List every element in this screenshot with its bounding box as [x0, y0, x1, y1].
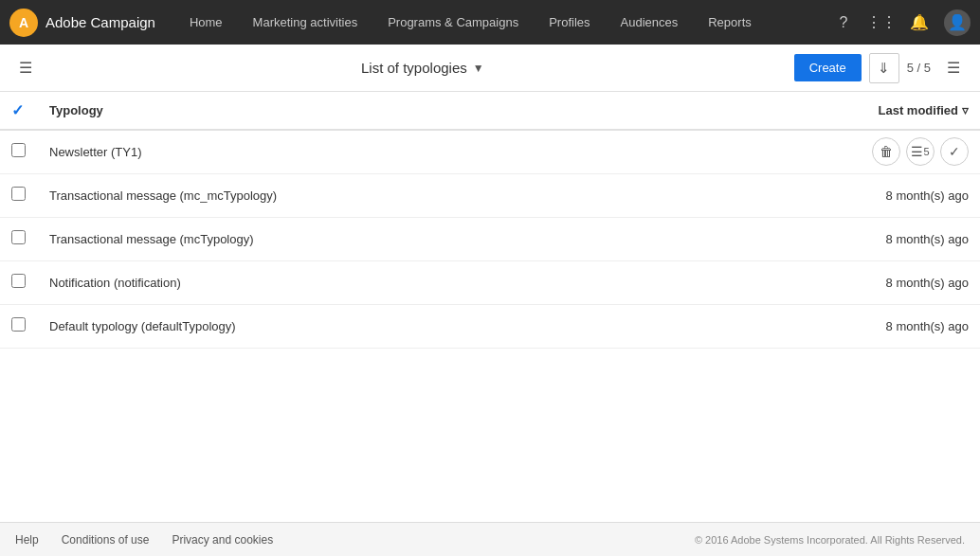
row-checkbox[interactable]: [11, 274, 26, 288]
row-checkbox[interactable]: [11, 317, 26, 332]
header-select-all: ✓: [0, 92, 38, 130]
list-title-text: List of typologies: [361, 60, 467, 76]
toolbar: ☰ List of typologies ▼ Create ⇓ 5 / 5 ☰: [0, 45, 980, 92]
app-logo[interactable]: A Adobe Campaign: [9, 9, 155, 37]
conditions-link[interactable]: Conditions of use: [62, 533, 150, 547]
nav-reports[interactable]: Reports: [693, 0, 767, 45]
apps-icon[interactable]: ⋮⋮: [868, 9, 895, 36]
row-checkbox[interactable]: [11, 187, 26, 201]
top-navigation: A Adobe Campaign Home Marketing activiti…: [0, 0, 980, 45]
row-checkbox[interactable]: [11, 230, 26, 244]
nav-icons: ? ⋮⋮ 🔔 👤: [830, 9, 971, 36]
nav-audiences[interactable]: Audiences: [606, 0, 694, 45]
table-row: Newsletter (TY1) 🗑 ☰ 5 ✓: [0, 130, 980, 173]
row-checkbox-cell: [0, 260, 38, 304]
header-typology: Typology: [38, 92, 790, 130]
nav-marketing[interactable]: Marketing activities: [238, 0, 373, 45]
row-name-cell: Transactional message (mc_mcTypology): [38, 173, 790, 217]
row-actions-cell: 🗑 ☰ 5 ✓: [790, 130, 980, 173]
nav-programs[interactable]: Programs & Campaigns: [372, 0, 534, 45]
row-checkbox-cell: [0, 173, 38, 217]
row-modified-cell: 8 month(s) ago: [790, 260, 980, 304]
copyright-text: © 2016 Adobe Systems Incorporated. All R…: [695, 534, 965, 546]
logo-icon: A: [9, 9, 38, 37]
sort-icon[interactable]: ▿: [962, 103, 969, 117]
row-checkbox[interactable]: [11, 143, 26, 157]
row-checkbox-cell: [0, 304, 38, 348]
list-title-container: List of typologies ▼: [51, 60, 794, 76]
copy-button[interactable]: ☰ 5: [906, 137, 935, 166]
list-title-chevron-icon[interactable]: ▼: [473, 62, 484, 75]
toolbar-right: Create ⇓ 5 / 5 ☰: [794, 53, 969, 83]
row-checkbox-cell: [0, 130, 38, 173]
help-icon[interactable]: ?: [830, 9, 857, 36]
table-row: Default typology (defaultTypology) 8 mon…: [0, 304, 980, 348]
row-modified-cell: 8 month(s) ago: [790, 173, 980, 217]
download-button[interactable]: ⇓: [869, 53, 899, 83]
edit-button[interactable]: ✓: [940, 137, 969, 166]
row-checkbox-cell: [0, 217, 38, 260]
typologies-table: ✓ Typology Last modified ▿: [0, 92, 980, 349]
row-actions-container: 🗑 ☰ 5 ✓: [802, 137, 969, 166]
nav-profiles[interactable]: Profiles: [534, 0, 605, 45]
table-header-row: ✓ Typology Last modified ▿: [0, 92, 980, 130]
row-name-cell: Newsletter (TY1): [38, 130, 790, 173]
table-row: Transactional message (mcTypology) 8 mon…: [0, 217, 980, 260]
nav-home[interactable]: Home: [174, 0, 238, 45]
sidebar-toggle-button[interactable]: ☰: [11, 54, 40, 82]
header-last-modified: Last modified ▿: [790, 92, 980, 130]
app-name: Adobe Campaign: [45, 14, 155, 30]
create-button[interactable]: Create: [794, 54, 862, 81]
pagination-label: 5 / 5: [907, 61, 931, 75]
page-footer: Help Conditions of use Privacy and cooki…: [0, 522, 980, 556]
typologies-table-container: ✓ Typology Last modified ▿: [0, 92, 980, 522]
nav-links: Home Marketing activities Programs & Cam…: [174, 0, 830, 45]
notification-icon[interactable]: 🔔: [906, 9, 933, 36]
row-modified-cell: 8 month(s) ago: [790, 304, 980, 348]
table-row: Transactional message (mc_mcTypology) 8 …: [0, 173, 980, 217]
privacy-link[interactable]: Privacy and cookies: [172, 533, 273, 547]
table-row: Notification (notification) 8 month(s) a…: [0, 260, 980, 304]
columns-button[interactable]: ☰: [938, 53, 969, 83]
check-all-icon[interactable]: ✓: [11, 102, 24, 118]
row-name-cell: Transactional message (mcTypology): [38, 217, 790, 260]
help-link[interactable]: Help: [15, 533, 39, 547]
delete-button[interactable]: 🗑: [872, 137, 900, 166]
row-modified-cell: 8 month(s) ago: [790, 217, 980, 260]
user-avatar[interactable]: 👤: [944, 9, 971, 36]
row-name-cell: Default typology (defaultTypology): [38, 304, 790, 348]
row-name-cell: Notification (notification): [38, 260, 790, 304]
